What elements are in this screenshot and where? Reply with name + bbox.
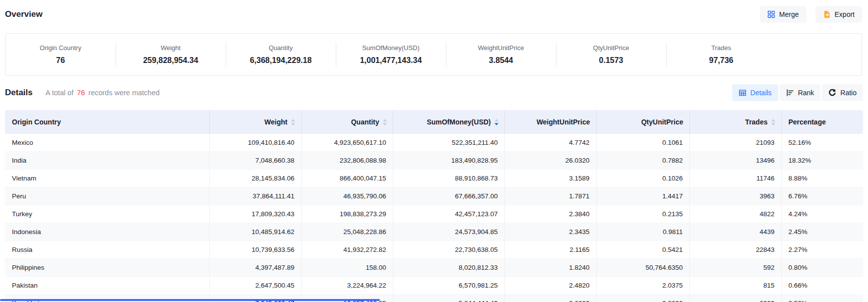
column-label: Origin Country [12, 118, 61, 126]
table-body: Mexico109,410,816.404,923,650,617.10522,… [5, 134, 863, 302]
table-row: Philippines4,397,487.89158.008,020,812.3… [5, 259, 863, 277]
top-bar: Overview Merge Export [5, 5, 862, 24]
cell-trades: 21093 [689, 134, 781, 152]
tab-rank[interactable]: Rank [780, 84, 821, 101]
ratio-donut-icon [828, 89, 836, 97]
cell-origin-country: Turkey [5, 205, 209, 223]
sort-toggle[interactable] [383, 119, 387, 125]
cell-percentage: 2.27% [781, 241, 863, 259]
details-table: Origin CountryWeightQuantitySumOfMoney(U… [5, 110, 863, 302]
merge-button[interactable]: Merge [760, 6, 806, 23]
cell-qtyunitprice: 0.9811 [596, 223, 689, 241]
cell-sumofmoney-usd: 522,351,211.40 [393, 134, 504, 152]
table-row: Russia10,739,633.5641,932,272.8222,730,6… [5, 241, 863, 259]
cell-qtyunitprice: 2.0375 [596, 277, 689, 295]
cell-weight: 37,864,111.41 [209, 187, 301, 205]
cell-qtyunitprice: 0.7882 [596, 152, 689, 170]
cell-sumofmoney-usd: 22,730,638.05 [393, 241, 504, 259]
horizontal-scrollbar-thumb[interactable] [0, 299, 380, 301]
table-row: Indonesia10,485,914.6225,048,228.8624,57… [5, 223, 863, 241]
table-row: Vietnam28,145,834.06866,400,047.1588,910… [5, 170, 863, 187]
cell-origin-country: Peru [5, 187, 209, 205]
cell-qtyunitprice: 0.2135 [596, 205, 689, 223]
cell-trades: 11746 [689, 170, 781, 187]
stat-label: WeightUnitPrice [446, 44, 556, 52]
cell-origin-country: India [5, 152, 209, 170]
cell-sumofmoney-usd: 6,570,981.25 [393, 277, 504, 295]
cell-weight: 28,145,834.06 [209, 170, 301, 187]
column-header-trades[interactable]: Trades [689, 110, 781, 134]
stat-label: Quantity [226, 44, 336, 52]
cell-percentage: 0.66% [781, 277, 863, 295]
cell-percentage: 0.52% [781, 295, 863, 302]
column-header-quantity[interactable]: Quantity [301, 110, 393, 134]
stat-cell: QtyUnitPrice0.1573 [556, 44, 666, 65]
table-row: Turkey17,809,320.43198,838,273.2942,457,… [5, 205, 863, 223]
details-section-header: Details A total of76records were matched… [5, 84, 863, 101]
cell-origin-country: Mexico [5, 134, 209, 152]
sort-desc-caret [495, 123, 498, 125]
column-header-qtyunitprice: QtyUnitPrice [596, 110, 689, 134]
tab-details[interactable]: Details [732, 84, 778, 101]
cell-sumofmoney-usd: 67,666,357.00 [393, 187, 504, 205]
cell-sumofmoney-usd: 24,573,904.85 [393, 223, 504, 241]
stat-cell: Trades97,736 [666, 44, 776, 65]
tab-ratio[interactable]: Ratio [822, 84, 863, 101]
cell-percentage: 8.88% [781, 170, 863, 187]
app-window: Overview Merge Export Origin Country76We… [0, 0, 868, 302]
cell-percentage: 4.24% [781, 205, 863, 223]
cell-origin-country: Pakistan [5, 277, 209, 295]
sort-asc-caret [771, 119, 775, 121]
tab-label: Rank [798, 89, 814, 97]
details-title: Details [5, 88, 33, 98]
cell-weight: 17,809,320.43 [209, 205, 301, 223]
sort-asc-caret [291, 119, 295, 121]
sort-toggle[interactable] [495, 119, 498, 125]
cell-trades: 13496 [689, 152, 781, 170]
stat-value: 3.8544 [446, 56, 556, 65]
cell-weightunitprice: 26.0320 [504, 152, 596, 170]
cell-sumofmoney-usd: 183,490,828.95 [393, 152, 504, 170]
cell-weightunitprice: 0.6600 [504, 295, 596, 302]
merge-grid-icon [767, 10, 775, 18]
sort-desc-caret [771, 123, 775, 125]
cell-weight: 2,647,500.45 [209, 277, 301, 295]
cell-weightunitprice: 2.1165 [504, 241, 596, 259]
table-head: Origin CountryWeightQuantitySumOfMoney(U… [5, 110, 863, 134]
stat-value: 97,736 [666, 56, 776, 65]
rank-bars-icon [786, 89, 794, 97]
cell-sumofmoney-usd: 5,244,444.49 [393, 295, 504, 302]
export-button[interactable]: Export [815, 6, 862, 23]
sort-toggle[interactable] [771, 119, 775, 125]
column-header-sumofmoney-usd[interactable]: SumOfMoney(USD) [393, 110, 504, 134]
table-row: Mexico109,410,816.404,923,650,617.10522,… [5, 134, 863, 152]
cell-weightunitprice: 2.4820 [504, 277, 596, 295]
cell-weightunitprice: 1.8240 [504, 259, 596, 277]
cell-sumofmoney-usd: 88,910,868.73 [393, 170, 504, 187]
stat-cell: Quantity6,368,194,229.18 [226, 44, 336, 65]
stat-value: 76 [5, 56, 116, 65]
records-note: A total of76records were matched [46, 89, 160, 97]
cell-quantity: 4,923,650,617.10 [301, 134, 393, 152]
cell-weightunitprice: 2.3435 [504, 223, 596, 241]
toolbar: Merge Export [760, 6, 862, 23]
column-label: SumOfMoney(USD) [427, 118, 491, 126]
stat-label: Trades [666, 44, 776, 52]
cell-trades: 815 [689, 277, 781, 295]
cell-qtyunitprice: 0.1061 [596, 134, 689, 152]
stat-label: Weight [116, 44, 226, 52]
export-file-icon [823, 10, 831, 18]
column-header-weight[interactable]: Weight [209, 110, 301, 134]
table-row: Peru37,864,111.4146,935,790.0667,666,357… [5, 187, 863, 205]
cell-qtyunitprice: 0.1026 [596, 170, 689, 187]
column-header-percentage: Percentage [781, 110, 863, 134]
sort-toggle[interactable] [291, 119, 295, 125]
cell-weightunitprice: 4.7742 [504, 134, 596, 152]
cell-weightunitprice: 3.1589 [504, 170, 596, 187]
cell-percentage: 18.32% [781, 152, 863, 170]
cell-quantity: 158.00 [301, 259, 393, 277]
cell-percentage: 2.45% [781, 223, 863, 241]
cell-origin-country: Vietnam [5, 170, 209, 187]
sort-desc-caret [291, 123, 295, 125]
column-label: Trades [745, 118, 767, 126]
